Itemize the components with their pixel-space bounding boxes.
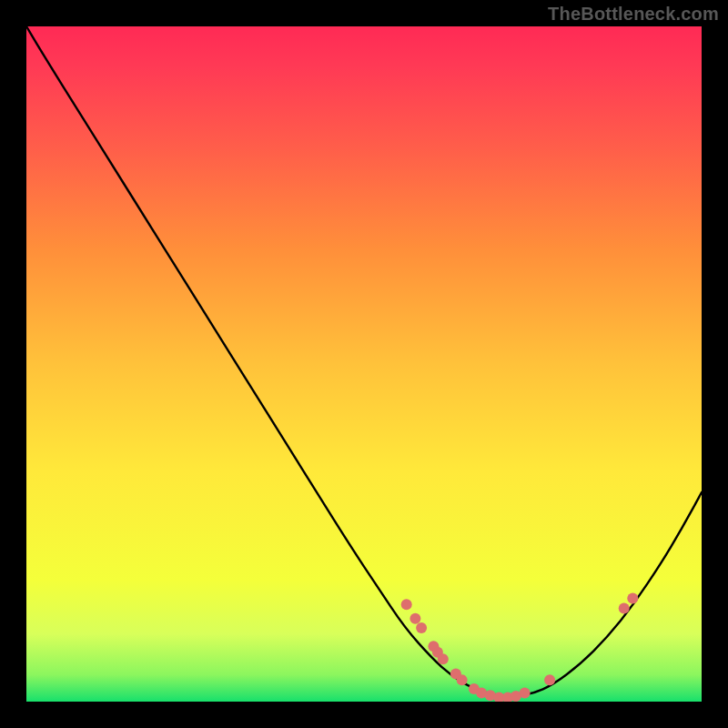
curve-marker: [410, 613, 420, 624]
gradient-background: [26, 26, 702, 702]
chart-area: [26, 26, 702, 702]
watermark-text: TheBottleneck.com: [548, 4, 719, 25]
curve-marker: [438, 653, 449, 664]
curve-marker: [416, 622, 427, 633]
stage: TheBottleneck.com: [0, 0, 728, 728]
curve-marker: [544, 674, 555, 685]
chart-svg: [26, 26, 702, 702]
curve-marker: [457, 674, 468, 685]
curve-marker: [520, 687, 531, 698]
curve-marker: [401, 599, 412, 610]
curve-marker: [619, 603, 630, 614]
curve-marker: [627, 593, 638, 604]
